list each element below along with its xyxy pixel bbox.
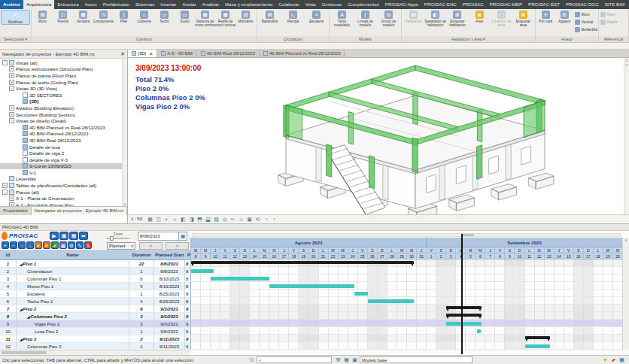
- tree-item-a-2-encofrado-primer-piso[interactable]: +A-2 - Encofrado Primer Piso: [0, 202, 127, 206]
- tree-item-planos-estructurales-structural-plan[interactable]: +Planos estructurales (Structural Plan): [0, 66, 127, 73]
- gantt-toolbar-button-0[interactable]: ▶: [50, 232, 59, 240]
- table-row[interactable]: 7◢Piso 289/3/20239: [0, 305, 190, 313]
- view-control-icon-11[interactable]: ⌂: [238, 216, 245, 223]
- summary-bar[interactable]: [446, 314, 482, 317]
- ribbon-tab-site-bim[interactable]: SITE BIM: [602, 0, 627, 9]
- grupo-de-modelo-button[interactable]: ⧉Grupo de modelo: [377, 10, 400, 28]
- gantt-edit-button-10[interactable]: S: [84, 241, 92, 249]
- tree-item-planos-de-planta-floor-plan[interactable]: +Planos de planta (Floor Plan): [0, 72, 127, 79]
- pilar-button[interactable]: ▯Pilar: [114, 10, 134, 23]
- task-bar[interactable]: [525, 344, 551, 348]
- view-tab-4d-bim-real-28-12-2023[interactable]: 4D BIM-Real-28/12/2023: [197, 50, 260, 57]
- view-scale[interactable]: 1 : 50: [131, 217, 142, 221]
- gantt-edit-button-8[interactable]: ⚙: [68, 241, 75, 249]
- canvas-vertical-scrollbar[interactable]: ∧∨: [624, 58, 629, 214]
- table-row[interactable]: 6Techo Piso 148/26/20238: [0, 298, 190, 305]
- task-bar[interactable]: [211, 277, 269, 281]
- expand-triangle-icon[interactable]: ◢: [27, 315, 29, 319]
- table-row[interactable]: 10Losa Piso 219/6/20239: [0, 328, 190, 335]
- gantt-edit-button-9[interactable]: ✎: [76, 241, 84, 249]
- zoom-track[interactable]: [107, 238, 129, 239]
- main-model-icon[interactable]: ▣: [351, 356, 358, 363]
- panel-tab-propiedades[interactable]: Propiedades: [0, 207, 32, 215]
- view-control-icon-1[interactable]: ◫: [155, 216, 162, 223]
- ventana-button[interactable]: ▦Ventana: [73, 10, 93, 23]
- gantt-bars-area[interactable]: [191, 259, 622, 350]
- sistema-de-muro-cortina-button[interactable]: ▦Sistema de muro cortina: [195, 10, 215, 28]
- status-icon-2[interactable]: ▦: [618, 356, 625, 363]
- expand-icon[interactable]: +: [9, 112, 14, 117]
- tree-item-alzados-building-elevation[interactable]: +Alzados (Building Elevation): [0, 105, 127, 111]
- scrollbar-thumb[interactable]: [462, 234, 474, 236]
- componente-button[interactable]: ◳Componente: [93, 10, 114, 23]
- por-cara-button[interactable]: ✛Por cara: [536, 10, 555, 23]
- column-header-planned-start[interactable]: Planned Start: [154, 251, 185, 259]
- view-control-icon-12[interactable]: ▣: [246, 216, 253, 223]
- modificar-button[interactable]: ⇱Modificar: [1, 10, 30, 25]
- gantt-edit-button-6[interactable]: ✔: [51, 241, 59, 249]
- view-control-icon-8[interactable]: ▧: [213, 216, 220, 223]
- expand-icon[interactable]: +: [2, 183, 8, 188]
- ribbon-tab-proisac-mep[interactable]: PROISAC-MEP: [487, 0, 525, 9]
- suelo-button[interactable]: ▭Suelo: [175, 10, 195, 23]
- task-bar[interactable]: [191, 269, 214, 273]
- tree-item-leyendas[interactable]: Leyendas: [0, 176, 127, 183]
- ribbon-tab-proisac-enc[interactable]: PROISAC-ENC: [421, 0, 460, 9]
- expand-icon[interactable]: +: [9, 80, 14, 85]
- view-tab-3d[interactable]: {3D}✕: [128, 50, 157, 57]
- milestone-bar[interactable]: [477, 329, 481, 333]
- ribbon-tab-proisac-apps[interactable]: PROISAC-Apps: [382, 0, 421, 9]
- techo-button[interactable]: ▱Techo: [154, 10, 175, 23]
- task-bar[interactable]: [354, 292, 368, 296]
- zoom-slider[interactable]: Zoom: [107, 232, 129, 239]
- puerta-button[interactable]: ◫Puerta: [53, 10, 73, 23]
- collapse-icon[interactable]: -: [9, 86, 14, 91]
- separador-de-habitaci-n-button[interactable]: ◧Separador de habitación: [424, 10, 446, 28]
- montante-button[interactable]: ▥Montante: [235, 10, 256, 23]
- calendar-icon[interactable]: ▦: [178, 232, 187, 240]
- ribbon-tab-prefabricado[interactable]: Prefabricado: [100, 0, 132, 9]
- gantt-edit-button-0[interactable]: +: [2, 241, 9, 249]
- tree-item-3d[interactable]: {3D}: [0, 99, 127, 105]
- ribbon-tab-archivo[interactable]: Archivo: [0, 0, 23, 9]
- tree-item-planos-de-techo-ceiling-plan[interactable]: +Planos de techo (Ceiling Plan): [0, 79, 127, 86]
- view-control-icon-13[interactable]: ⟲: [254, 216, 261, 223]
- ribbon-tab-complementos[interactable]: Complementos: [345, 0, 382, 9]
- summary-bar[interactable]: [446, 306, 482, 309]
- escalera-button[interactable]: ≡Escalera: [305, 10, 328, 23]
- gantt-horizontal-scrollbar[interactable]: [192, 233, 621, 237]
- tree-item-s-curve-13-09-2023[interactable]: S-Curve 13/09/2023: [0, 163, 127, 170]
- status-icon-1[interactable]: ⬈: [610, 356, 617, 363]
- gantt-edit-button-2[interactable]: ↑: [18, 241, 26, 249]
- view-tab-4d-bim-planned-vs-real-28-12-2023[interactable]: 4D BIM-Planned vs Real-28/12/2023: [260, 50, 345, 57]
- summary-bar[interactable]: [525, 336, 551, 339]
- cubierta-button[interactable]: ⌂Cubierta: [134, 10, 154, 23]
- workset-combo[interactable]: ▾: [257, 356, 332, 363]
- tree-item-vistas-de-dise-o-detail[interactable]: -Vistas de diseño (Detail): [0, 117, 127, 124]
- table-row[interactable]: 4Muros Piso 198/16/20238: [0, 283, 190, 290]
- collapse-icon[interactable]: -: [2, 190, 8, 195]
- column-header-p[interactable]: P: [185, 251, 190, 259]
- view-control-icon-5[interactable]: ◨: [188, 216, 195, 223]
- close-icon[interactable]: ✕: [149, 51, 153, 56]
- tree-item-vistas-all[interactable]: -Vistas (all): [0, 59, 127, 66]
- tree-item-v-1[interactable]: V-1: [0, 169, 127, 176]
- ribbon-tab-analizar[interactable]: Analizar: [199, 0, 222, 9]
- view-canvas[interactable]: 3/09/2023 13:00:00 Total 71.4% Piso 2 0%…: [128, 58, 629, 214]
- gantt-edit-button-3[interactable]: ↓: [26, 241, 34, 249]
- ribbon-tab-gestionar[interactable]: Gestionar: [318, 0, 345, 9]
- gantt-chart[interactable]: Agosto 2023Setiembre 2023 MMJVSDLMMJVSDL…: [190, 238, 622, 350]
- gantt-toolbar-button-2[interactable]: ▦: [69, 232, 78, 240]
- expand-icon[interactable]: +: [9, 66, 14, 71]
- view-control-icon-4[interactable]: ◧: [180, 216, 187, 223]
- view-control-icon-9[interactable]: ◎: [221, 216, 228, 223]
- task-bar[interactable]: [446, 322, 482, 326]
- ribbon-tab-anotar[interactable]: Anotar: [179, 0, 199, 9]
- tree-item-4d-bim-planned-28-12-2023[interactable]: 4D BIM-Planned-28/12/2023: [0, 131, 127, 138]
- buhardilla-button[interactable]: Buhardilla: [574, 26, 597, 33]
- table-horizontal-scrollbar[interactable]: [0, 350, 190, 355]
- expand-triangle-icon[interactable]: ◢: [20, 262, 22, 266]
- scrollbar-thumb[interactable]: [2, 351, 47, 354]
- muro-button[interactable]: ▤Muro: [32, 10, 53, 23]
- table-row[interactable]: 5Escalera18/25/20238: [0, 290, 190, 298]
